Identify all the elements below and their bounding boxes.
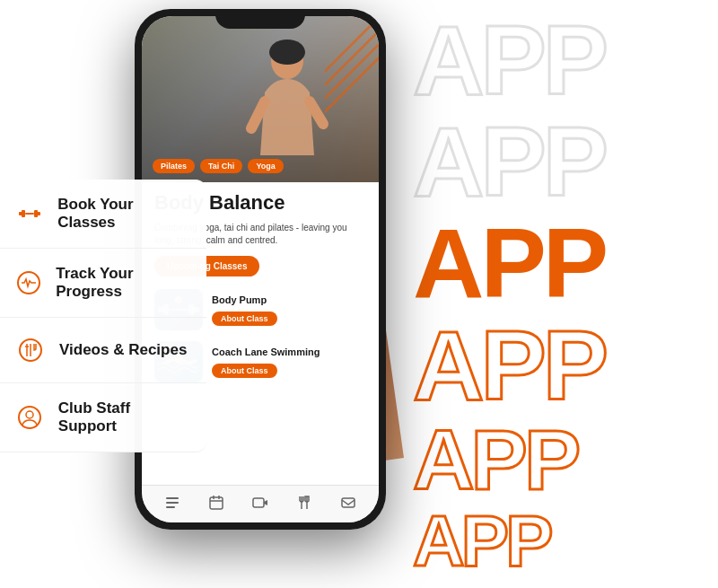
barbell-icon — [14, 197, 45, 230]
svg-rect-3 — [34, 210, 38, 217]
person-icon — [14, 401, 46, 434]
nav-icon-video[interactable] — [252, 495, 268, 514]
swimming-about-button[interactable]: About Class — [212, 364, 277, 378]
menu-label-videos-recipes: Videos & Recipes — [59, 341, 187, 359]
watermark-line-4: APP — [413, 316, 700, 415]
nav-icon-calendar[interactable] — [208, 495, 224, 514]
svg-rect-23 — [166, 506, 175, 508]
menu-item-videos-recipes[interactable]: Videos & Recipes — [0, 318, 206, 383]
svg-rect-2 — [22, 210, 25, 217]
menu-label-track-progress: Track Your Progress — [56, 265, 188, 301]
svg-rect-24 — [210, 497, 223, 509]
menu-item-club-staff[interactable]: Club Staff Support — [0, 383, 206, 452]
tag-yoga: Yoga — [248, 159, 283, 173]
tag-pilates: Pilates — [153, 159, 195, 173]
nav-icon-fork[interactable] — [296, 495, 312, 514]
nav-icon-list[interactable] — [164, 495, 180, 514]
bodypump-name: Body Pump — [212, 294, 366, 305]
menu-sidebar: Book Your Classes Track Your Progress Vi… — [0, 180, 206, 452]
class-tags: Pilates Tai Chi Yoga — [153, 159, 284, 173]
swimming-info: Coach Lane Swimming About Class — [212, 347, 366, 378]
watermark-line-5: APP — [413, 417, 700, 503]
nav-icon-email[interactable] — [340, 495, 356, 514]
watermark-line-3: APP — [413, 214, 700, 312]
bodypump-info: Body Pump About Class — [212, 294, 366, 326]
watermark-line-6: APP — [413, 505, 700, 577]
app-watermark: APP APP APP APP APP APP — [395, 0, 718, 588]
tag-taichi: Tai Chi — [200, 159, 242, 173]
svg-rect-4 — [25, 213, 34, 215]
bottom-nav — [142, 485, 379, 522]
menu-item-track-progress[interactable]: Track Your Progress — [0, 249, 206, 318]
svg-point-11 — [26, 411, 33, 418]
phone-notch — [215, 9, 305, 29]
watermark-line-2: APP — [413, 112, 700, 211]
svg-rect-21 — [166, 497, 179, 499]
heartbeat-icon — [14, 267, 43, 299]
bodypump-about-button[interactable]: About Class — [212, 312, 277, 326]
svg-rect-28 — [253, 498, 264, 507]
menu-label-book-classes: Book Your Classes — [57, 196, 188, 232]
menu-item-book-classes[interactable]: Book Your Classes — [0, 180, 206, 249]
svg-point-13 — [269, 39, 305, 65]
svg-rect-33 — [342, 498, 355, 507]
watermark-line-1: APP — [413, 11, 700, 110]
fork-icon — [14, 334, 47, 366]
screen-hero: Pilates Tai Chi Yoga — [142, 16, 379, 182]
swimming-name: Coach Lane Swimming — [212, 347, 366, 357]
svg-rect-22 — [166, 502, 179, 504]
menu-label-club-staff: Club Staff Support — [58, 399, 188, 435]
svg-point-10 — [19, 407, 40, 428]
